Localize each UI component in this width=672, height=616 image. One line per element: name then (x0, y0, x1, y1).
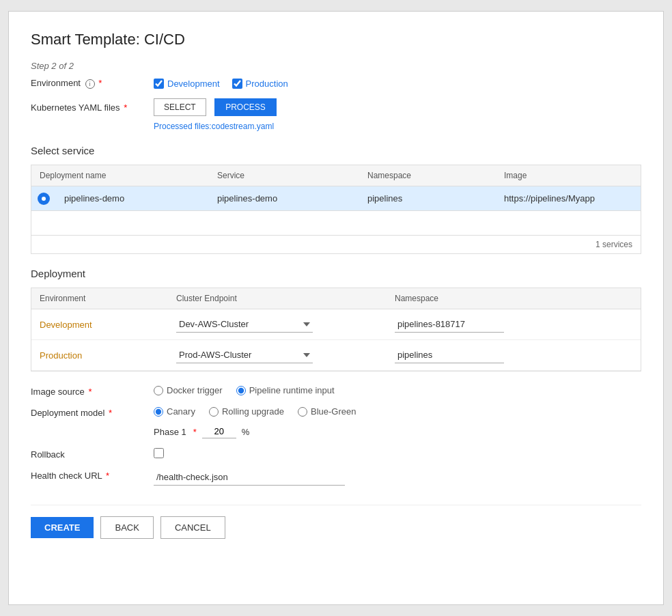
deployment-model-label: Deployment model * (31, 406, 154, 418)
image-source-row: Image source * Docker trigger Pipeline r… (31, 385, 641, 397)
deploy-row-prod: Production Prod-AWS-Cluster (31, 340, 641, 371)
deploy-env-dev: Development (31, 320, 168, 330)
deploy-ns-dev (387, 316, 641, 333)
namespace-input-dev[interactable] (395, 316, 504, 333)
service-table-header: Deployment name Service Namespace Image (31, 165, 641, 186)
cluster-select-dev[interactable]: Dev-AWS-Cluster (176, 316, 313, 333)
radio-docker-trigger[interactable]: Docker trigger (154, 385, 223, 395)
footer: CREATE BACK CANCEL (31, 505, 641, 539)
cell-namespace: pipelines (359, 186, 496, 210)
environment-row: Environment i * Development Production (31, 78, 641, 89)
col-deployment-name: Deployment name (31, 165, 209, 186)
deployment-table: Environment Cluster Endpoint Namespace D… (31, 288, 641, 372)
col-namespace: Namespace (359, 165, 496, 186)
table-row[interactable]: pipelines-demo pipelines-demo pipelines … (31, 186, 641, 211)
info-icon[interactable]: i (85, 79, 95, 89)
image-source-radios: Docker trigger Pipeline runtime input (154, 385, 335, 395)
environment-checkboxes: Development Production (154, 79, 288, 89)
health-check-label: Health check URL * (31, 469, 154, 481)
radio-rolling[interactable]: Rolling upgrade (209, 406, 284, 417)
select-service-title: Select service (31, 145, 641, 156)
checkbox-development[interactable]: Development (154, 79, 220, 89)
processed-files-text: Processed files:codestream.yaml (154, 122, 274, 131)
page-title: Smart Template: CI/CD (31, 31, 641, 48)
deploy-col-ns: Namespace (387, 288, 641, 309)
deploy-env-prod: Production (31, 350, 168, 361)
selected-indicator (38, 193, 50, 205)
health-check-row: Health check URL * (31, 469, 641, 486)
rollback-label: Rollback (31, 448, 154, 460)
cluster-select-prod[interactable]: Prod-AWS-Cluster (176, 347, 313, 363)
cell-image: https://pipelines/Myapp (496, 186, 641, 210)
deploy-col-cluster: Cluster Endpoint (168, 288, 387, 309)
k8s-files-row: Kubernetes YAML files * SELECT PROCESS P… (31, 98, 641, 131)
deployment-model-row: Deployment model * Canary Rolling upgrad… (31, 406, 641, 438)
rollback-row: Rollback (31, 448, 641, 460)
cancel-button[interactable]: CANCEL (160, 516, 225, 539)
namespace-input-prod[interactable] (395, 347, 504, 363)
model-radio-group: Canary Rolling upgrade Blue-Green (154, 406, 356, 417)
k8s-label: Kubernetes YAML files * (31, 102, 154, 113)
step-label: Step 2 of 2 (31, 61, 641, 71)
environment-label: Environment i * (31, 78, 154, 89)
radio-pipeline-runtime[interactable]: Pipeline runtime input (236, 385, 335, 395)
radio-canary[interactable]: Canary (154, 406, 195, 417)
image-source-label: Image source * (31, 385, 154, 397)
col-image: Image (496, 165, 641, 186)
row-selected-icon (31, 193, 56, 205)
radio-bluegreen[interactable]: Blue-Green (298, 406, 356, 417)
select-button[interactable]: SELECT (154, 98, 206, 116)
back-button[interactable]: BACK (100, 516, 153, 539)
col-service: Service (209, 165, 359, 186)
deploy-row-dev: Development Dev-AWS-Cluster (31, 309, 641, 340)
service-table: Deployment name Service Namespace Image … (31, 165, 641, 254)
deployment-table-header: Environment Cluster Endpoint Namespace (31, 288, 641, 309)
services-count: 1 services (31, 236, 641, 253)
health-check-input[interactable] (154, 469, 345, 486)
checkbox-production[interactable]: Production (232, 79, 288, 89)
deployment-model-options: Canary Rolling upgrade Blue-Green Phase … (154, 406, 356, 438)
deploy-cluster-prod: Prod-AWS-Cluster (168, 347, 387, 363)
deployment-title: Deployment (31, 268, 641, 279)
dialog-container: Smart Template: CI/CD Step 2 of 2 Enviro… (8, 11, 664, 605)
cell-service: pipelines-demo (209, 186, 359, 210)
deploy-col-env: Environment (31, 288, 168, 309)
rollback-checkbox[interactable] (154, 448, 164, 458)
phase-row: Phase 1 * % (154, 425, 356, 438)
k8s-buttons: SELECT PROCESS (154, 98, 277, 116)
deploy-cluster-dev: Dev-AWS-Cluster (168, 316, 387, 333)
create-button[interactable]: CREATE (31, 517, 94, 538)
empty-row (31, 211, 641, 236)
phase-input[interactable] (202, 425, 236, 438)
process-button[interactable]: PROCESS (214, 98, 277, 116)
deploy-ns-prod (387, 347, 641, 363)
cell-deployment-name: pipelines-demo (56, 186, 209, 210)
